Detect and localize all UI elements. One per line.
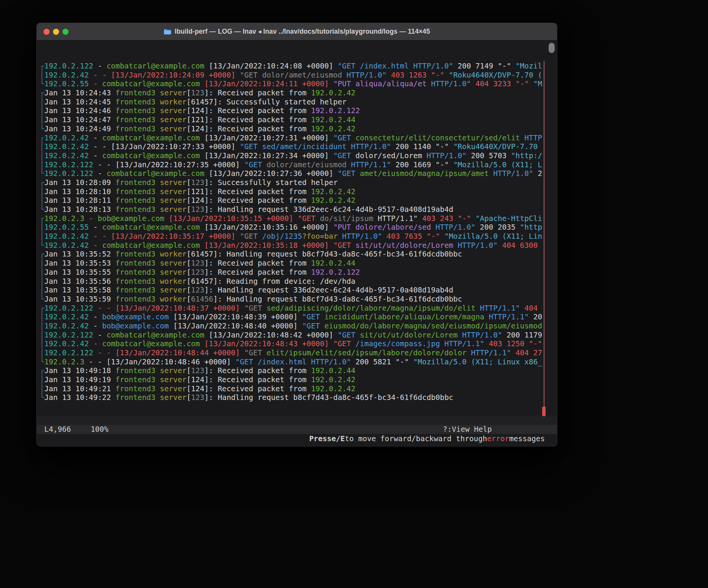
- log-token: [124]: Received packet from: [187, 375, 311, 384]
- log-line[interactable]: │192.0.2.42 - - [13/Jan/2022:10:27:33 +0…: [37, 142, 557, 151]
- error-scroll-thumb[interactable]: [542, 407, 546, 416]
- group-marker: │: [40, 384, 44, 394]
- log-token: server: [160, 286, 186, 294]
- log-line[interactable]: └192.0.2.122 - combatcarl@example.com [1…: [37, 169, 557, 178]
- log-token: 123: [191, 268, 204, 277]
- log-token: 192.0.2.42: [44, 322, 89, 330]
- log-token: "GET sed/amet/incididunt HTTP/1.0": [240, 142, 391, 151]
- log-line[interactable]: │Jan 13 10:28:11 frontend3 server[124]: …: [37, 196, 557, 205]
- log-token: [61457]: Reading from device: /dev/hda: [187, 277, 356, 286]
- log-line[interactable]: ┌192.0.2.122 - combatcarl@example.com [1…: [37, 62, 557, 71]
- log-token: Jan 13 10:35:52: [44, 250, 115, 258]
- log-line[interactable]: ┌192.0.2.122 - - [13/Jan/2022:10:48:37 +…: [37, 304, 557, 313]
- panel-tabs: Files::Text Filters::: [44, 416, 200, 425]
- macos-scrollbar-thumb[interactable]: [549, 43, 555, 53]
- log-token: 200 1140 "-": [391, 142, 453, 151]
- log-token: Jan 13 10:28:09: [44, 178, 115, 187]
- group-marker: │: [40, 187, 44, 196]
- log-token: 123: [191, 259, 204, 268]
- log-line[interactable]: └192.0.2.42 - combatcarl@example.com [13…: [37, 241, 557, 250]
- log-line[interactable]: │192.0.2.42 - bob@example.com [13/Jan/20…: [37, 313, 557, 322]
- log-line[interactable]: │Jan 13 10:24:45 frontend3 worker[61457]…: [37, 98, 557, 107]
- close-button[interactable]: [44, 29, 50, 35]
- log-line[interactable]: │192.0.2.42 - combatcarl@example.com [13…: [37, 151, 557, 160]
- log-line[interactable]: │Jan 13 10:49:19 frontend3 server[124]: …: [37, 375, 557, 384]
- log-line[interactable]: │192.0.2.42 - combatcarl@example.com [13…: [37, 339, 557, 348]
- log-line[interactable]: ┌Jan 13 10:24:43 frontend3 server[123]: …: [37, 89, 557, 98]
- log-line[interactable]: └192.0.2.3 - - [13/Jan/2022:10:48:46 +00…: [37, 358, 557, 367]
- log-token: 192.0.2.42: [311, 124, 355, 133]
- log-token: Jan 13 10:35:55: [44, 268, 115, 277]
- log-token: frontend3: [115, 286, 160, 294]
- zoom-button[interactable]: [62, 29, 69, 35]
- log-token: HTTP/1.1": [346, 160, 391, 169]
- log-token: 192.0.2.42: [44, 134, 89, 142]
- log-token: [124]: Received packet from: [187, 196, 311, 205]
- log-line[interactable]: ┌Jan 13 10:49:18 frontend3 server[123]: …: [37, 366, 557, 375]
- log-token: /images/compass.jpg HTTP/1.1": [356, 339, 484, 348]
- log-line[interactable]: │Jan 13 10:35:58 frontend3 server[123]: …: [37, 286, 557, 295]
- log-token: - - [13/Jan/2022:10:24:09 +0000]: [89, 71, 240, 79]
- log-line[interactable]: └Jan 13 10:28:13 frontend3 server[123]: …: [37, 205, 557, 214]
- folder-icon: [164, 28, 172, 35]
- log-token: HTTP: [520, 134, 542, 142]
- log-line[interactable]: └Jan 13 10:24:49 frontend3 server[124]: …: [37, 124, 557, 134]
- log-line[interactable]: │192.0.2.42 - bob@example.com [13/Jan/20…: [37, 322, 557, 331]
- log-line[interactable]: └192.0.2.55 - combatcarl@example.com [13…: [37, 79, 557, 89]
- log-view[interactable]: ┌192.0.2.122 - combatcarl@example.com [1…: [37, 62, 557, 402]
- log-token: frontend3: [115, 250, 160, 258]
- group-marker: │: [40, 196, 44, 205]
- view-help-hint[interactable]: ?:View Help: [443, 425, 492, 434]
- log-token: Jan 13 10:28:10: [44, 187, 115, 196]
- log-token: HTTP/1.1": [476, 304, 520, 313]
- log-line[interactable]: │Jan 13 10:35:56 frontend3 worker[61457]…: [37, 277, 557, 286]
- log-token: worker: [160, 295, 186, 303]
- log-line[interactable]: ┌192.0.2.3 - bob@example.com [13/Jan/202…: [37, 214, 557, 223]
- log-line[interactable]: │192.0.2.122 - combatcarl@example.com [1…: [37, 331, 557, 340]
- log-token: "GET: [333, 339, 356, 348]
- log-token: [13/Jan/2022:10:24:11 +0000]: [200, 79, 333, 88]
- log-token: "http: [520, 223, 542, 232]
- log-line[interactable]: ┌Jan 13 10:35:52 frontend3 worker[61457]…: [37, 250, 557, 259]
- log-line[interactable]: ┌Jan 13 10:28:09 frontend3 server[123]: …: [37, 178, 557, 187]
- log-line[interactable]: │Jan 13 10:28:10 frontend3 server[121]: …: [37, 187, 557, 196]
- log-token: Jan 13 10:49:18: [44, 366, 115, 375]
- log-line[interactable]: │192.0.2.55 - combatcarl@example.com [13…: [37, 223, 557, 232]
- log-line[interactable]: │Jan 13 10:24:46 frontend3 server[124]: …: [37, 106, 557, 115]
- log-line[interactable]: │192.0.2.122 - - [13/Jan/2022:10:27:35 +…: [37, 160, 557, 170]
- log-line[interactable]: │192.0.2.42 - - [13/Jan/2022:10:35:17 +0…: [37, 232, 557, 241]
- log-line[interactable]: │Jan 13 10:24:47 frontend3 server[121]: …: [37, 115, 557, 124]
- minimize-button[interactable]: [53, 29, 59, 35]
- log-token: - - [13/Jan/2022:10:48:44 +0000]: [93, 348, 244, 357]
- log-token: [: [187, 259, 191, 268]
- log-line[interactable]: └Jan 13 10:49:22 frontend3 server[123]: …: [37, 393, 557, 402]
- log-line[interactable]: │Jan 13 10:35:55 frontend3 server[123]: …: [37, 268, 557, 277]
- log-line[interactable]: └Jan 13 10:35:59 frontend3 worker[61456]…: [37, 295, 557, 304]
- log-token: [121]: Received packet from: [187, 187, 311, 196]
- lnav-terminal[interactable]: 2022-09-01T14:09:34 PDT LOG⟩2022-01-13T1…: [37, 40, 557, 446]
- group-marker: ┌: [40, 89, 44, 98]
- log-token: -: [89, 313, 102, 321]
- log-token: server: [160, 124, 186, 133]
- group-marker: └: [40, 241, 44, 250]
- log-token: frontend3: [115, 384, 160, 393]
- group-marker: │: [40, 277, 44, 286]
- log-line[interactable]: ┌192.0.2.42 - combatcarl@example.com [13…: [37, 134, 557, 143]
- log-line[interactable]: │192.0.2.42 - - [13/Jan/2022:10:24:09 +0…: [37, 71, 557, 80]
- log-token: "Mozil: [515, 62, 542, 70]
- log-token: frontend3: [115, 196, 160, 205]
- window-titlebar[interactable]: lbuild-perf — LOG — lnav ◂ lnav ../lnav/…: [37, 23, 557, 40]
- log-line[interactable]: │Jan 13 10:35:53 frontend3 server[123]: …: [37, 259, 557, 268]
- group-marker: │: [40, 348, 44, 358]
- log-token: -: [89, 134, 102, 142]
- group-marker: ┌: [40, 366, 44, 375]
- log-token: "GET: [244, 348, 267, 357]
- log-token: combatcarl@example.com: [102, 151, 200, 160]
- log-token: -: [93, 331, 106, 339]
- log-token: - - [13/Jan/2022:10:27:33 +0000]: [89, 142, 240, 151]
- log-line[interactable]: │192.0.2.122 - - [13/Jan/2022:10:48:44 +…: [37, 348, 557, 358]
- log-line[interactable]: │Jan 13 10:49:21 frontend3 server[124]: …: [37, 384, 557, 394]
- log-token: 200 1179: [502, 331, 542, 339]
- log-token: HTTP/1.1": [373, 214, 418, 223]
- log-token: Jan 13 10:35:58: [44, 286, 115, 294]
